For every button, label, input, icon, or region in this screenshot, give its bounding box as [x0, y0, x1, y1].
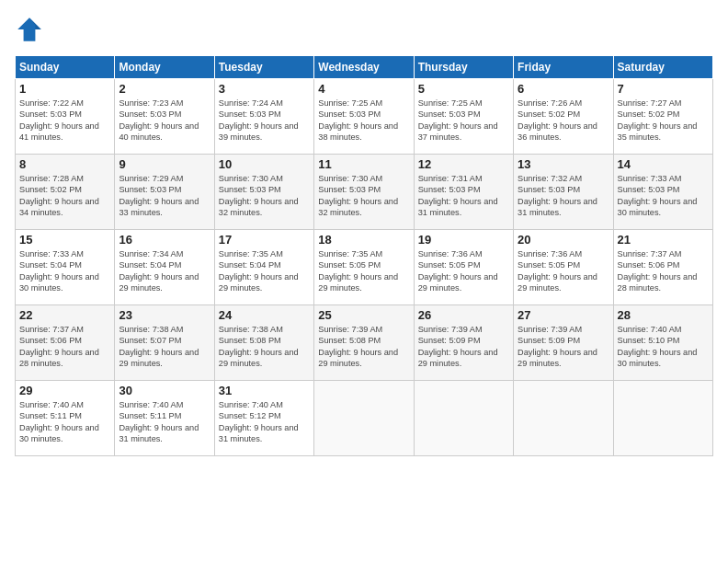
weekday-header-wednesday: Wednesday: [314, 56, 414, 79]
day-number: 19: [418, 233, 509, 247]
weekday-header-tuesday: Tuesday: [214, 56, 313, 79]
day-number: 31: [219, 384, 310, 397]
header: [15, 15, 713, 44]
weekday-header-monday: Monday: [115, 56, 214, 79]
calendar-body: 1 Sunrise: 7:22 AMSunset: 5:03 PMDayligh…: [16, 79, 713, 456]
calendar-cell: [613, 381, 712, 456]
calendar-cell: 16 Sunrise: 7:34 AMSunset: 5:04 PMDaylig…: [115, 230, 214, 305]
weekday-header-saturday: Saturday: [613, 56, 712, 79]
calendar-cell: 15 Sunrise: 7:33 AMSunset: 5:04 PMDaylig…: [16, 230, 115, 305]
calendar-cell: 9 Sunrise: 7:29 AMSunset: 5:03 PMDayligh…: [115, 155, 214, 230]
calendar-cell: 6 Sunrise: 7:26 AMSunset: 5:02 PMDayligh…: [514, 79, 613, 155]
cell-info: Sunrise: 7:26 AMSunset: 5:02 PMDaylight:…: [518, 98, 609, 144]
day-number: 28: [618, 308, 709, 322]
day-number: 15: [19, 233, 110, 247]
day-number: 13: [518, 157, 609, 171]
calendar-cell: 12 Sunrise: 7:31 AMSunset: 5:03 PMDaylig…: [414, 155, 513, 230]
cell-info: Sunrise: 7:35 AMSunset: 5:05 PMDaylight:…: [318, 248, 409, 294]
day-number: 7: [618, 82, 709, 96]
day-number: 3: [219, 82, 310, 96]
cell-info: Sunrise: 7:37 AMSunset: 5:06 PMDaylight:…: [618, 248, 709, 294]
cell-info: Sunrise: 7:39 AMSunset: 5:09 PMDaylight:…: [418, 324, 509, 370]
day-number: 22: [19, 308, 110, 322]
weekday-header-sunday: Sunday: [16, 56, 115, 79]
calendar-cell: [314, 381, 414, 456]
calendar-table: SundayMondayTuesdayWednesdayThursdayFrid…: [15, 55, 713, 456]
calendar-cell: [414, 381, 513, 456]
calendar-cell: 17 Sunrise: 7:35 AMSunset: 5:04 PMDaylig…: [214, 230, 313, 305]
day-number: 9: [119, 157, 210, 171]
cell-info: Sunrise: 7:39 AMSunset: 5:08 PMDaylight:…: [318, 324, 409, 370]
calendar-cell: 4 Sunrise: 7:25 AMSunset: 5:03 PMDayligh…: [314, 79, 414, 155]
day-number: 10: [219, 157, 310, 171]
cell-info: Sunrise: 7:36 AMSunset: 5:05 PMDaylight:…: [518, 248, 609, 294]
day-number: 2: [119, 82, 210, 96]
calendar-cell: 23 Sunrise: 7:38 AMSunset: 5:07 PMDaylig…: [115, 305, 214, 381]
calendar-cell: 5 Sunrise: 7:25 AMSunset: 5:03 PMDayligh…: [414, 79, 513, 155]
cell-info: Sunrise: 7:39 AMSunset: 5:09 PMDaylight:…: [518, 324, 609, 370]
calendar-cell: 21 Sunrise: 7:37 AMSunset: 5:06 PMDaylig…: [613, 230, 712, 305]
cell-info: Sunrise: 7:38 AMSunset: 5:07 PMDaylight:…: [119, 324, 210, 370]
day-number: 29: [19, 384, 110, 397]
calendar-cell: 13 Sunrise: 7:32 AMSunset: 5:03 PMDaylig…: [514, 155, 613, 230]
calendar-cell: 11 Sunrise: 7:30 AMSunset: 5:03 PMDaylig…: [314, 155, 414, 230]
calendar-cell: 30 Sunrise: 7:40 AMSunset: 5:11 PMDaylig…: [115, 381, 214, 456]
calendar-cell: 18 Sunrise: 7:35 AMSunset: 5:05 PMDaylig…: [314, 230, 414, 305]
cell-info: Sunrise: 7:30 AMSunset: 5:03 PMDaylight:…: [318, 173, 409, 219]
cell-info: Sunrise: 7:40 AMSunset: 5:11 PMDaylight:…: [119, 399, 210, 445]
calendar-cell: 7 Sunrise: 7:27 AMSunset: 5:02 PMDayligh…: [613, 79, 712, 155]
calendar-cell: 8 Sunrise: 7:28 AMSunset: 5:02 PMDayligh…: [16, 155, 115, 230]
day-number: 14: [618, 157, 709, 171]
cell-info: Sunrise: 7:28 AMSunset: 5:02 PMDaylight:…: [19, 173, 110, 219]
cell-info: Sunrise: 7:38 AMSunset: 5:08 PMDaylight:…: [219, 324, 310, 370]
day-number: 12: [418, 157, 509, 171]
cell-info: Sunrise: 7:24 AMSunset: 5:03 PMDaylight:…: [219, 98, 310, 144]
cell-info: Sunrise: 7:25 AMSunset: 5:03 PMDaylight:…: [418, 98, 509, 144]
day-number: 30: [119, 384, 210, 397]
calendar-cell: 2 Sunrise: 7:23 AMSunset: 5:03 PMDayligh…: [115, 79, 214, 155]
calendar-cell: 3 Sunrise: 7:24 AMSunset: 5:03 PMDayligh…: [214, 79, 313, 155]
logo: [15, 15, 50, 44]
logo-icon: [15, 15, 44, 44]
day-number: 8: [19, 157, 110, 171]
day-number: 6: [518, 82, 609, 96]
calendar-cell: 1 Sunrise: 7:22 AMSunset: 5:03 PMDayligh…: [16, 79, 115, 155]
calendar-week-2: 8 Sunrise: 7:28 AMSunset: 5:02 PMDayligh…: [16, 155, 713, 230]
cell-info: Sunrise: 7:32 AMSunset: 5:03 PMDaylight:…: [518, 173, 609, 219]
calendar-cell: 22 Sunrise: 7:37 AMSunset: 5:06 PMDaylig…: [16, 305, 115, 381]
weekday-header-thursday: Thursday: [414, 56, 513, 79]
cell-info: Sunrise: 7:36 AMSunset: 5:05 PMDaylight:…: [418, 248, 509, 294]
weekday-header-friday: Friday: [514, 56, 613, 79]
cell-info: Sunrise: 7:40 AMSunset: 5:11 PMDaylight:…: [19, 399, 110, 445]
day-number: 23: [119, 308, 210, 322]
calendar-cell: 27 Sunrise: 7:39 AMSunset: 5:09 PMDaylig…: [514, 305, 613, 381]
cell-info: Sunrise: 7:25 AMSunset: 5:03 PMDaylight:…: [318, 98, 409, 144]
day-number: 16: [119, 233, 210, 247]
calendar-week-4: 22 Sunrise: 7:37 AMSunset: 5:06 PMDaylig…: [16, 305, 713, 381]
cell-info: Sunrise: 7:27 AMSunset: 5:02 PMDaylight:…: [618, 98, 709, 144]
cell-info: Sunrise: 7:22 AMSunset: 5:03 PMDaylight:…: [19, 98, 110, 144]
calendar-cell: 20 Sunrise: 7:36 AMSunset: 5:05 PMDaylig…: [514, 230, 613, 305]
calendar-cell: 26 Sunrise: 7:39 AMSunset: 5:09 PMDaylig…: [414, 305, 513, 381]
day-number: 17: [219, 233, 310, 247]
cell-info: Sunrise: 7:40 AMSunset: 5:12 PMDaylight:…: [219, 399, 310, 445]
calendar-cell: [514, 381, 613, 456]
cell-info: Sunrise: 7:29 AMSunset: 5:03 PMDaylight:…: [119, 173, 210, 219]
day-number: 27: [518, 308, 609, 322]
day-number: 18: [318, 233, 409, 247]
cell-info: Sunrise: 7:37 AMSunset: 5:06 PMDaylight:…: [19, 324, 110, 370]
day-number: 25: [318, 308, 409, 322]
calendar-cell: 29 Sunrise: 7:40 AMSunset: 5:11 PMDaylig…: [16, 381, 115, 456]
cell-info: Sunrise: 7:23 AMSunset: 5:03 PMDaylight:…: [119, 98, 210, 144]
cell-info: Sunrise: 7:34 AMSunset: 5:04 PMDaylight:…: [119, 248, 210, 294]
calendar-week-5: 29 Sunrise: 7:40 AMSunset: 5:11 PMDaylig…: [16, 381, 713, 456]
calendar-cell: 28 Sunrise: 7:40 AMSunset: 5:10 PMDaylig…: [613, 305, 712, 381]
calendar-cell: 10 Sunrise: 7:30 AMSunset: 5:03 PMDaylig…: [214, 155, 313, 230]
cell-info: Sunrise: 7:33 AMSunset: 5:03 PMDaylight:…: [618, 173, 709, 219]
calendar-cell: 14 Sunrise: 7:33 AMSunset: 5:03 PMDaylig…: [613, 155, 712, 230]
cell-info: Sunrise: 7:40 AMSunset: 5:10 PMDaylight:…: [618, 324, 709, 370]
calendar-week-3: 15 Sunrise: 7:33 AMSunset: 5:04 PMDaylig…: [16, 230, 713, 305]
cell-info: Sunrise: 7:31 AMSunset: 5:03 PMDaylight:…: [418, 173, 509, 219]
calendar-cell: 24 Sunrise: 7:38 AMSunset: 5:08 PMDaylig…: [214, 305, 313, 381]
day-number: 11: [318, 157, 409, 171]
